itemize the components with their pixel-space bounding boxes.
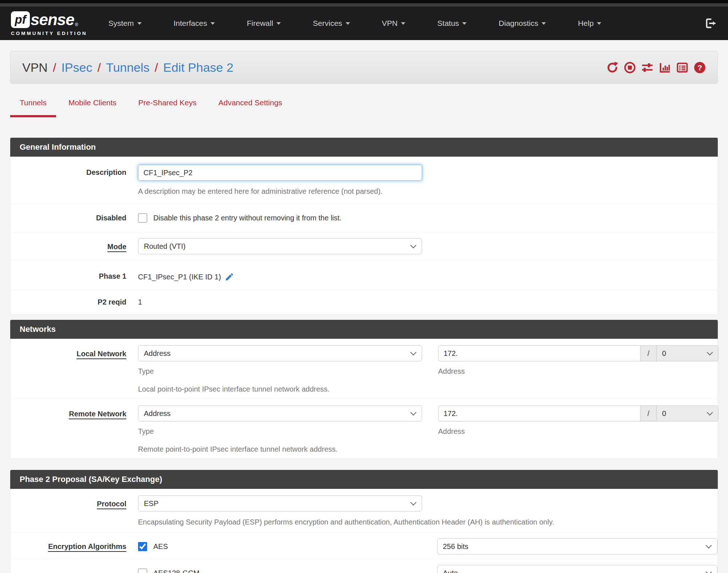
registered-mark: ® bbox=[75, 22, 78, 27]
form-row-remote-network: Remote Network Address Type Remote point… bbox=[11, 399, 717, 459]
chevron-down-icon bbox=[346, 22, 350, 25]
edit-pencil-icon[interactable] bbox=[225, 272, 234, 282]
type-caption: Type bbox=[138, 427, 422, 436]
prefix-separator: / bbox=[641, 405, 657, 421]
breadcrumb-root: VPN bbox=[22, 60, 48, 75]
nav-item-interfaces[interactable]: Interfaces bbox=[174, 19, 215, 28]
mode-select[interactable]: Routed (VTI) bbox=[138, 238, 422, 254]
breadcrumb-separator: / bbox=[155, 60, 158, 75]
chevron-down-icon bbox=[462, 22, 467, 25]
tab-bar: Tunnels Mobile Clients Pre-Shared Keys A… bbox=[10, 98, 718, 117]
tab-advanced-settings[interactable]: Advanced Settings bbox=[209, 98, 292, 117]
chevron-down-icon bbox=[137, 22, 142, 25]
remote-network-address-input[interactable] bbox=[438, 405, 641, 421]
nav-item-diagnostics[interactable]: Diagnostics bbox=[499, 19, 546, 28]
protocol-label: Protocol bbox=[97, 500, 126, 509]
nav-item-status[interactable]: Status bbox=[437, 19, 467, 28]
form-row-encryption-aes128gcm: AES128-GCM Auto bbox=[11, 559, 717, 573]
nav-menu: System Interfaces Firewall Services VPN … bbox=[109, 19, 602, 28]
remote-network-prefix-select[interactable]: 0 bbox=[657, 405, 719, 421]
refresh-icon[interactable] bbox=[606, 62, 618, 74]
svg-text:?: ? bbox=[697, 63, 702, 71]
sliders-icon[interactable] bbox=[641, 62, 653, 74]
breadcrumb-link-edit-phase-2[interactable]: Edit Phase 2 bbox=[163, 60, 233, 75]
remote-network-label: Remote Network bbox=[69, 410, 126, 419]
local-network-help-text: Local point-to-point IPsec interface tun… bbox=[138, 385, 422, 393]
protocol-select[interactable]: ESP bbox=[138, 495, 422, 511]
form-row-encryption-aes: Encryption Algorithms AES 256 bits bbox=[11, 533, 717, 559]
pf-logo-tile: pf bbox=[11, 11, 30, 28]
sign-out-icon[interactable] bbox=[704, 17, 717, 30]
status-graph-icon[interactable] bbox=[659, 62, 671, 74]
chevron-down-icon bbox=[210, 22, 215, 25]
nav-item-help[interactable]: Help bbox=[578, 19, 601, 28]
chevron-down-icon bbox=[401, 22, 405, 25]
description-input[interactable] bbox=[138, 165, 422, 181]
form-row-phase1: Phase 1 CF1_IPsec_P1 (IKE ID 1) bbox=[11, 260, 717, 290]
type-caption: Type bbox=[138, 367, 422, 376]
nav-item-firewall[interactable]: Firewall bbox=[247, 19, 281, 28]
nav-item-vpn[interactable]: VPN bbox=[382, 19, 405, 28]
tab-pre-shared-keys[interactable]: Pre-Shared Keys bbox=[129, 98, 206, 117]
aes-checkbox-label: AES bbox=[153, 542, 168, 551]
tab-mobile-clients[interactable]: Mobile Clients bbox=[59, 98, 126, 117]
local-network-prefix-select[interactable]: 0 bbox=[657, 345, 719, 361]
section-title: Networks bbox=[10, 320, 718, 339]
mode-label: Mode bbox=[107, 243, 126, 252]
help-icon[interactable]: ? bbox=[694, 62, 706, 74]
p2reqid-value: 1 bbox=[138, 298, 422, 306]
form-row-disabled: Disabled Disable this phase 2 entry with… bbox=[11, 204, 717, 232]
form-row-mode: Mode Routed (VTI) bbox=[11, 232, 717, 260]
aes-keylen-select[interactable]: 256 bits bbox=[437, 538, 717, 554]
p2reqid-label: P2 reqid bbox=[11, 298, 126, 306]
nav-item-services[interactable]: Services bbox=[313, 19, 350, 28]
tab-tunnels[interactable]: Tunnels bbox=[10, 98, 56, 117]
local-network-address-input[interactable] bbox=[438, 345, 641, 361]
breadcrumb-link-tunnels[interactable]: Tunnels bbox=[106, 60, 150, 75]
aes-checkbox[interactable] bbox=[138, 542, 147, 551]
page-header-panel: VPN / IPsec / Tunnels / Edit Phase 2 bbox=[10, 51, 718, 84]
chevron-down-icon bbox=[542, 22, 546, 25]
page-action-icons: ? bbox=[606, 62, 706, 74]
window-edge-strip bbox=[0, 0, 728, 3]
section-title: General Information bbox=[10, 138, 718, 157]
section-title: Phase 2 Proposal (SA/Key Exchange) bbox=[10, 470, 718, 489]
section-phase2-proposal: Phase 2 Proposal (SA/Key Exchange) Proto… bbox=[10, 470, 718, 573]
form-row-protocol: Protocol ESP Encapsulating Security Payl… bbox=[11, 489, 717, 533]
protocol-help-text: Encapsulating Security Payload (ESP) per… bbox=[138, 518, 706, 526]
phase1-label: Phase 1 bbox=[11, 268, 126, 282]
logo-sense-text: sense bbox=[31, 11, 74, 29]
description-label: Description bbox=[11, 165, 126, 196]
log-icon[interactable] bbox=[676, 62, 688, 74]
aes128-gcm-keylen-select[interactable]: Auto bbox=[437, 565, 717, 573]
browser-chrome-strip bbox=[0, 3, 728, 7]
remote-network-help-text: Remote point-to-point IPsec interface tu… bbox=[138, 445, 422, 454]
description-help-text: A description may be entered here for ad… bbox=[138, 187, 422, 196]
section-general-information: General Information Description A descri… bbox=[10, 138, 718, 315]
breadcrumb-separator: / bbox=[53, 60, 56, 75]
form-row-p2reqid: P2 reqid 1 bbox=[11, 290, 717, 314]
prefix-separator: / bbox=[641, 345, 657, 361]
phase1-value: CF1_IPsec_P1 (IKE ID 1) bbox=[138, 273, 221, 281]
chevron-down-icon bbox=[597, 22, 601, 25]
breadcrumb-separator: / bbox=[97, 60, 101, 75]
form-row-description: Description A description may be entered… bbox=[11, 157, 717, 204]
main-navbar: pf sense ® COMMUNITY EDITION System Inte… bbox=[0, 7, 728, 40]
form-row-local-network: Local Network Address Type Local point-t… bbox=[11, 339, 717, 399]
stop-circle-icon[interactable] bbox=[624, 62, 636, 74]
pfsense-logo[interactable]: pf sense ® COMMUNITY EDITION bbox=[11, 11, 87, 36]
community-edition-label: COMMUNITY EDITION bbox=[11, 31, 87, 36]
address-caption: Address bbox=[438, 367, 719, 376]
nav-item-system[interactable]: System bbox=[109, 19, 142, 28]
disabled-label: Disabled bbox=[11, 214, 126, 222]
aes128-gcm-checkbox[interactable] bbox=[138, 569, 147, 573]
breadcrumb: VPN / IPsec / Tunnels / Edit Phase 2 bbox=[22, 60, 233, 75]
aes128-gcm-checkbox-label: AES128-GCM bbox=[153, 569, 200, 573]
breadcrumb-link-ipsec[interactable]: IPsec bbox=[61, 60, 92, 75]
address-caption: Address bbox=[438, 427, 719, 436]
section-networks: Networks Local Network Address Type Loca… bbox=[10, 320, 718, 459]
remote-network-type-select[interactable]: Address bbox=[138, 405, 422, 421]
local-network-type-select[interactable]: Address bbox=[138, 345, 422, 361]
disabled-checkbox[interactable] bbox=[138, 213, 147, 223]
disabled-checkbox-label: Disable this phase 2 entry without remov… bbox=[153, 214, 342, 222]
